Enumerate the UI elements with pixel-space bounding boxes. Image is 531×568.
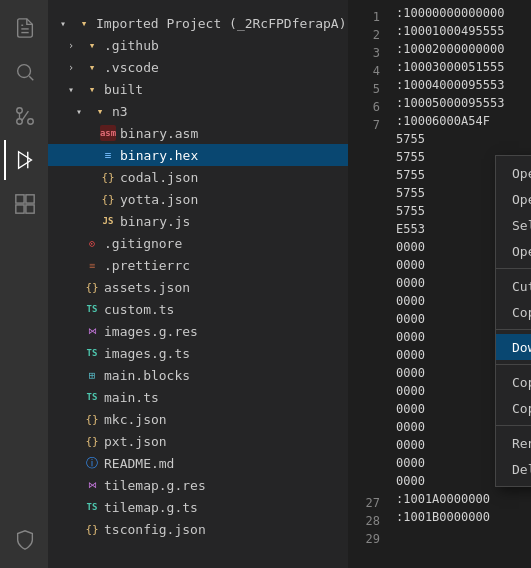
line-number: 5 (348, 80, 380, 98)
tree-item-binary-js[interactable]: JSbinary.js (48, 210, 348, 232)
tree-label: .prettierrc (104, 258, 190, 273)
tree-item-main-ts[interactable]: TSmain.ts (48, 386, 348, 408)
menu-item-label: Open Timeline (512, 244, 531, 259)
tree-label: pxt.json (104, 434, 167, 449)
tree-arrow: › (68, 37, 84, 53)
menu-item-delete[interactable]: Delete PermanentlyDelete (496, 456, 531, 482)
img-icon: ⋈ (84, 323, 100, 339)
menu-item-download[interactable]: Download... (496, 334, 531, 360)
tree-label: .gitignore (104, 236, 182, 251)
tree-item-prettierrc[interactable]: ≡.prettierrc (48, 254, 348, 276)
menu-item-open-timeline[interactable]: Open Timeline (496, 238, 531, 264)
code-line: :10002000000000 (396, 40, 531, 58)
code-line: :1001B0000000 (396, 508, 531, 526)
json-curly-icon: {} (84, 521, 100, 537)
line-number (348, 458, 380, 476)
menu-item-cut[interactable]: CutCtrl+X (496, 273, 531, 299)
tree-item-gitignore[interactable]: ⊙.gitignore (48, 232, 348, 254)
menu-separator (496, 329, 531, 330)
extensions-icon[interactable] (4, 184, 44, 224)
line-number (348, 152, 380, 170)
tree-label: images.g.res (104, 324, 198, 339)
blocks-icon: ⊞ (84, 367, 100, 383)
tree-item-imported-project[interactable]: ▾▾Imported Project (_2RcFPDferapA) (48, 12, 348, 34)
tree-item-tilemap-gts[interactable]: TStilemap.g.ts (48, 496, 348, 518)
tree-item-codal-json[interactable]: {}codal.json (48, 166, 348, 188)
line-number (348, 170, 380, 188)
svg-point-4 (28, 119, 34, 125)
line-number (348, 134, 380, 152)
tree-item-images-gts[interactable]: TSimages.g.ts (48, 342, 348, 364)
tree-label: tilemap.g.res (104, 478, 206, 493)
tree-item-built[interactable]: ▾▾built (48, 78, 348, 100)
json-curly-icon: {} (100, 191, 116, 207)
code-line: :1001A0000000 (396, 490, 531, 508)
tree-item-github[interactable]: ›▾.github (48, 34, 348, 56)
file-tree: ▾▾Imported Project (_2RcFPDferapA)›▾.git… (48, 12, 348, 540)
tree-item-pxt-json[interactable]: {}pxt.json (48, 430, 348, 452)
tree-item-mkc-json[interactable]: {}mkc.json (48, 408, 348, 430)
tree-item-binary-hex[interactable]: ≡binary.hex (48, 144, 348, 166)
remote-icon[interactable] (4, 520, 44, 560)
folder-icon: ▾ (84, 37, 100, 53)
tree-item-custom-ts[interactable]: TScustom.ts (48, 298, 348, 320)
files-icon[interactable] (4, 8, 44, 48)
menu-item-select-compare[interactable]: Select for Compare (496, 212, 531, 238)
json-curly-icon: {} (84, 411, 100, 427)
line-number: 6 (348, 98, 380, 116)
menu-item-label: Copy Path (512, 375, 531, 390)
line-number: 27 (348, 494, 380, 512)
tree-item-n3[interactable]: ▾▾n3 (48, 100, 348, 122)
search-icon[interactable] (4, 52, 44, 92)
menu-item-open-side[interactable]: Open to the SideCtrl+Enter (496, 160, 531, 186)
line-number: 2 (348, 26, 380, 44)
tree-label: built (104, 82, 143, 97)
tree-label: .vscode (104, 60, 159, 75)
menu-item-rename[interactable]: Rename...F2 (496, 430, 531, 456)
svg-rect-12 (16, 205, 24, 213)
menu-item-copy-relative[interactable]: Copy Relative PathCtrl+K Ctrl+Shift+C (496, 395, 531, 421)
tree-item-yotta-json[interactable]: {}yotta.json (48, 188, 348, 210)
tree-arrow: ▾ (60, 15, 76, 31)
ts-icon: TS (84, 499, 100, 515)
menu-item-label: Cut (512, 279, 531, 294)
menu-item-label: Copy (512, 305, 531, 320)
menu-separator (496, 425, 531, 426)
line-number: 7 (348, 116, 380, 134)
editor-area: 1234567272829 :10000000000000:1000100049… (348, 0, 531, 568)
context-menu: Open to the SideCtrl+EnterOpen With...Se… (495, 155, 531, 487)
menu-item-copy-path[interactable]: Copy PathShift+Alt+C (496, 369, 531, 395)
run-icon[interactable] (4, 140, 44, 180)
code-line: 5755 (396, 130, 531, 148)
line-number: 3 (348, 44, 380, 62)
tree-label: n3 (112, 104, 128, 119)
asm-icon: asm (100, 125, 116, 141)
sidebar: ▾▾Imported Project (_2RcFPDferapA)›▾.git… (48, 0, 348, 568)
line-numbers: 1234567272829 (348, 4, 388, 568)
tree-label: main.blocks (104, 368, 190, 383)
tree-item-vscode[interactable]: ›▾.vscode (48, 56, 348, 78)
menu-item-copy[interactable]: CopyCtrl+C (496, 299, 531, 325)
folder-icon: ▾ (76, 15, 92, 31)
svg-rect-10 (26, 195, 34, 203)
menu-item-label: Open With... (512, 192, 531, 207)
prettier-icon: ≡ (84, 257, 100, 273)
tree-item-binary-asm[interactable]: asmbinary.asm (48, 122, 348, 144)
tree-item-readme-md[interactable]: ⓘREADME.md (48, 452, 348, 474)
tree-item-assets-json[interactable]: {}assets.json (48, 276, 348, 298)
line-number (348, 422, 380, 440)
code-line: :10006000A54F (396, 112, 531, 130)
tree-item-main-blocks[interactable]: ⊞main.blocks (48, 364, 348, 386)
svg-point-5 (17, 108, 23, 114)
line-number (348, 278, 380, 296)
source-control-icon[interactable] (4, 96, 44, 136)
menu-item-open-with[interactable]: Open With... (496, 186, 531, 212)
tree-arrow: ▾ (68, 81, 84, 97)
line-number (348, 440, 380, 458)
svg-rect-9 (16, 195, 24, 203)
ts-icon: TS (84, 389, 100, 405)
tree-item-tilemap-gres[interactable]: ⋈tilemap.g.res (48, 474, 348, 496)
tree-item-images-gres[interactable]: ⋈images.g.res (48, 320, 348, 342)
menu-separator (496, 364, 531, 365)
tree-item-tsconfig-json[interactable]: {}tsconfig.json (48, 518, 348, 540)
